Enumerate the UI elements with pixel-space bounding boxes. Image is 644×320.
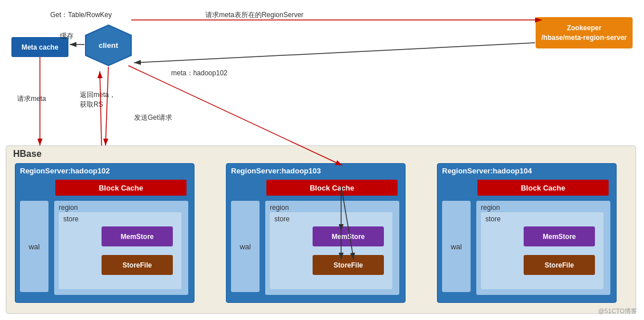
- rs1-store: store MemStore StoreFile: [59, 212, 181, 289]
- rs2-region: region store MemStore StoreFile: [265, 201, 399, 295]
- rs1-block-cache: Block Cache: [55, 180, 187, 196]
- rs2-memstore: MemStore: [313, 226, 384, 246]
- rs1-label: RegionServer:hadoop102: [20, 167, 110, 175]
- label-get: Get：Table/RowKey: [50, 10, 112, 20]
- region-server-1: RegionServer:hadoop102 Block Cache wal r…: [15, 163, 195, 303]
- diagram-container: HBase RegionServer:hadoop102 Block Cache…: [0, 0, 644, 320]
- svg-text:client: client: [99, 41, 119, 50]
- label-return-meta: 返回meta，获取RS: [80, 90, 116, 110]
- rs2-block-cache: Block Cache: [266, 180, 398, 196]
- rs3-region: region store MemStore StoreFile: [476, 201, 610, 295]
- rs1-memstore: MemStore: [102, 226, 173, 246]
- label-request-meta: 请求meta: [17, 94, 46, 104]
- rs2-storefile: StoreFile: [313, 255, 384, 275]
- rs2-wal: wal: [231, 201, 260, 292]
- svg-line-6: [134, 43, 535, 63]
- rs1-region: region store MemStore StoreFile: [54, 201, 188, 295]
- watermark: @51CTO博客: [598, 307, 637, 315]
- region-server-3: RegionServer:hadoop104 Block Cache wal r…: [437, 163, 617, 303]
- zookeeper-box: Zookeeper /hbase/meta-region-server: [536, 17, 633, 48]
- client-hex-wrapper: client: [84, 24, 133, 69]
- rs2-store: store MemStore StoreFile: [270, 212, 392, 289]
- region-server-2: RegionServer:hadoop103 Block Cache wal r…: [226, 163, 406, 303]
- label-meta-hadoop102: meta：hadoop102: [171, 68, 228, 78]
- rs1-storefile: StoreFile: [102, 255, 173, 275]
- rs3-block-cache: Block Cache: [477, 180, 609, 196]
- rs3-label: RegionServer:hadoop104: [442, 167, 532, 175]
- rs2-label: RegionServer:hadoop103: [231, 167, 321, 175]
- hbase-label: HBase: [13, 149, 42, 159]
- client-hex-svg: client: [84, 24, 133, 67]
- rs1-wal: wal: [20, 201, 48, 292]
- label-request-meta-rs: 请求meta表所在的RegionServer: [205, 10, 303, 20]
- rs3-store: store MemStore StoreFile: [481, 212, 604, 289]
- rs3-storefile: StoreFile: [524, 255, 595, 275]
- rs3-wal: wal: [442, 201, 471, 292]
- rs3-memstore: MemStore: [524, 226, 595, 246]
- label-send-get: 发送Get请求: [134, 113, 172, 123]
- hbase-area: HBase RegionServer:hadoop102 Block Cache…: [6, 145, 636, 314]
- label-cache: 缓存: [60, 31, 74, 41]
